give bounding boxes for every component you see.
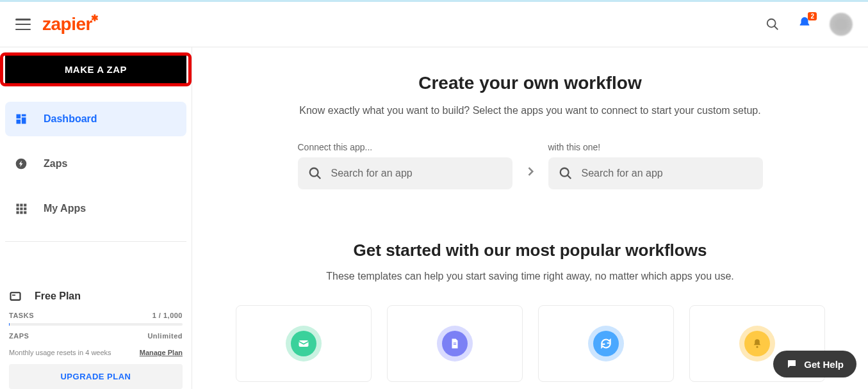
svg-rect-16 [11, 292, 20, 300]
sidebar-item-dashboard[interactable]: Dashboard [5, 102, 186, 136]
svg-rect-3 [22, 115, 26, 116]
notification-badge: 2 [808, 12, 817, 20]
manage-plan-link[interactable]: Manage Plan [140, 349, 183, 356]
get-help-label: Get Help [804, 359, 844, 370]
svg-rect-2 [17, 115, 21, 119]
sidebar-item-label: My Apps [44, 203, 86, 214]
sidebar-item-zaps[interactable]: Zaps [5, 147, 186, 181]
popular-title: Get started with our most popular workfl… [218, 241, 842, 260]
make-a-zap-button[interactable]: MAKE A ZAP [5, 52, 186, 86]
svg-point-0 [767, 19, 776, 28]
svg-rect-24 [453, 344, 456, 345]
sidebar-item-my-apps[interactable]: My Apps [5, 191, 186, 226]
zaps-label: ZAPS [9, 332, 29, 340]
svg-rect-9 [24, 204, 26, 207]
svg-rect-17 [12, 295, 15, 296]
grid-icon [14, 202, 28, 216]
template-cards [218, 305, 842, 382]
svg-rect-13 [17, 211, 19, 214]
svg-rect-7 [17, 204, 19, 207]
mail-icon [291, 331, 316, 356]
sidebar: MAKE A ZAP Dashboard Zaps My Apps [0, 47, 192, 389]
plan-icon [9, 290, 22, 303]
divider [5, 241, 186, 242]
bell-icon [744, 331, 770, 356]
page-title: Create your own workflow [218, 73, 842, 93]
popular-subtitle: These templates can help you start savin… [218, 271, 842, 282]
bolt-icon [14, 157, 28, 171]
zaps-value: Unlimited [147, 332, 183, 340]
sidebar-item-label: Zaps [44, 158, 67, 170]
connect-label-1: Connect this app... [298, 142, 512, 152]
app-search-2[interactable] [548, 157, 763, 189]
svg-rect-23 [453, 343, 456, 344]
logo-text: zapier [42, 14, 92, 34]
connect-label-2: with this one! [548, 142, 763, 152]
tasks-label: TASKS [9, 312, 34, 319]
header-actions: 2 [766, 13, 853, 36]
main-content: Create your own workflow Know exactly wh… [192, 47, 868, 389]
svg-rect-8 [20, 204, 22, 207]
template-card[interactable] [538, 305, 674, 382]
template-card[interactable] [387, 305, 523, 382]
menu-toggle-icon[interactable] [15, 19, 31, 30]
app-search-input-2[interactable] [582, 168, 753, 179]
svg-line-19 [316, 175, 320, 179]
dashboard-icon [14, 112, 28, 126]
plan-name: Free Plan [35, 290, 81, 302]
sync-icon [593, 331, 619, 356]
logo-asterisk-icon: ✱ [91, 13, 99, 23]
svg-point-25 [756, 346, 758, 348]
upgrade-plan-button[interactable]: UPGRADE PLAN [9, 364, 183, 389]
get-help-button[interactable]: Get Help [773, 351, 856, 377]
svg-rect-4 [22, 118, 26, 124]
svg-line-21 [567, 175, 571, 179]
svg-rect-5 [17, 120, 21, 124]
search-icon [308, 166, 322, 180]
doc-icon [442, 331, 468, 356]
tasks-value: 1 / 1,000 [152, 312, 183, 319]
svg-line-1 [774, 26, 778, 30]
sidebar-nav: Dashboard Zaps My Apps [0, 102, 192, 236]
header: zapier ✱ 2 [0, 2, 868, 47]
notifications-button[interactable]: 2 [798, 16, 812, 33]
sidebar-item-label: Dashboard [44, 113, 97, 125]
plan-section: Free Plan TASKS 1 / 1,000 ZAPS Unlimited… [0, 281, 192, 389]
chat-icon [786, 358, 798, 370]
search-icon[interactable] [766, 17, 780, 31]
app-search-input-1[interactable] [331, 168, 502, 179]
reset-text: Monthly usage resets in 4 weeks [9, 349, 111, 356]
template-card[interactable] [236, 305, 372, 382]
page-subtitle: Know exactly what you want to build? Sel… [218, 105, 842, 116]
svg-rect-14 [20, 211, 22, 214]
svg-rect-11 [20, 207, 22, 210]
chevron-right-icon [524, 165, 537, 180]
task-progress [9, 323, 183, 326]
svg-rect-15 [24, 211, 26, 214]
connect-apps-row: Connect this app... with this one! [218, 142, 842, 189]
svg-point-18 [309, 168, 318, 177]
app-search-1[interactable] [298, 157, 512, 189]
svg-point-20 [560, 168, 568, 177]
logo[interactable]: zapier ✱ [42, 14, 92, 35]
avatar[interactable] [830, 13, 853, 36]
svg-rect-10 [17, 207, 19, 210]
svg-rect-12 [24, 207, 26, 210]
search-icon [559, 166, 573, 180]
